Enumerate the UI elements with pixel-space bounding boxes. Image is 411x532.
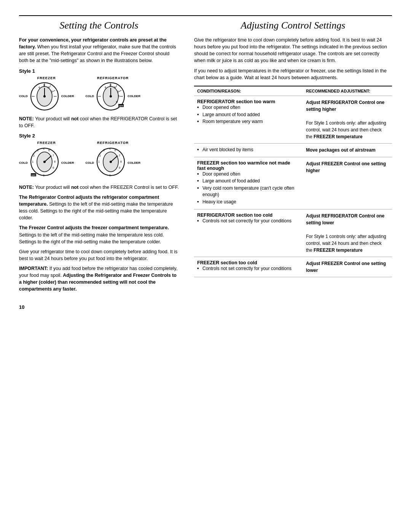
style1-dials: FREEZER COLD 1: [19, 76, 179, 112]
condition-cell: REFRIGERATOR section too cold Controls n…: [194, 209, 303, 257]
adjustment-cell: Move packages out of airstream: [303, 143, 392, 157]
ref-adj-para: The Refrigerator Control adjusts the ref…: [19, 194, 179, 222]
table-row: Air vent blocked by items Move packages …: [194, 143, 392, 157]
col2-header: RECOMMENDED ADJUSTMENT:: [303, 86, 392, 96]
svg-line-16: [115, 85, 117, 88]
style1-ref-svg: 1 2 3 4 5 6 OFF: [96, 81, 126, 112]
style1-freezer-label: FREEZER: [37, 76, 56, 80]
style1-ref-colder-label: COLDER: [127, 94, 140, 98]
left-title: Setting the Controls: [19, 20, 179, 31]
list-item: Air vent blocked by items: [197, 147, 300, 153]
list-item: Large amount of food added: [197, 112, 300, 118]
style1-ref-cold-label: COLD: [85, 94, 94, 98]
style2-freezer-dial: FREEZER COLD 4 6 7 8 9 3 2 1: [19, 141, 74, 180]
svg-point-29: [110, 95, 112, 97]
condition-list: Door opened often Large amount of food a…: [197, 104, 300, 125]
svg-point-44: [43, 161, 46, 163]
svg-text:6: 6: [116, 101, 118, 103]
table-row: FREEZER section too cold Controls not se…: [194, 257, 392, 277]
svg-text:0: 0: [109, 174, 111, 177]
left-intro: For your convenience, your refrigerator …: [19, 37, 179, 64]
style2-ref-colder-label: COLDER: [127, 161, 140, 165]
style2-freezer-label: FREEZER: [37, 141, 56, 145]
svg-point-12: [43, 95, 46, 97]
condition-list: Door opened often Large amount of food a…: [197, 171, 300, 205]
table-row: REFRIGERATOR section too warm Door opene…: [194, 96, 392, 143]
svg-text:2: 2: [48, 86, 49, 89]
list-item: Very cold room temperature (can't cycle …: [197, 185, 300, 198]
adjustment-cell: Adjust FREEZER Control one setting lower: [303, 257, 392, 277]
style2-freezer-cold-label: COLD: [19, 161, 28, 165]
list-item: Room temperature very warm: [197, 118, 300, 125]
frz-adj-para: The Freezer Control adjusts the freezer …: [19, 224, 179, 245]
style2-freezer-svg: 4 6 7 8 9 3 2 1 OFF 0: [29, 146, 60, 180]
cool-para: Give your refrigerator time to cool down…: [19, 248, 179, 262]
style2-refrigerator-label: REFRIGERATOR: [97, 141, 129, 145]
list-item: Heavy ice usage: [197, 199, 300, 205]
svg-text:9: 9: [119, 166, 120, 169]
style1-refrigerator-label: REFRIGERATOR: [97, 76, 129, 80]
svg-text:4: 4: [38, 86, 40, 89]
style2-ref-cold-label: COLD: [85, 161, 94, 165]
adjustment-text: Adjust FREEZER Control one setting highe…: [306, 160, 389, 174]
svg-text:7: 7: [53, 154, 54, 157]
svg-text:4: 4: [105, 86, 106, 89]
svg-text:8: 8: [54, 160, 56, 163]
svg-text:2: 2: [99, 154, 101, 157]
list-item: Door opened often: [197, 171, 300, 177]
condition-bold: REFRIGERATOR section too warm: [197, 99, 275, 104]
important-para: IMPORTANT: If you add food before the re…: [19, 265, 179, 293]
style1-freezer-dial: FREEZER COLD 1: [19, 76, 74, 112]
svg-text:6: 6: [48, 149, 50, 152]
right-title: Adjusting Control Settings: [194, 20, 392, 31]
condition-cell: FREEZER section too cold Controls not se…: [194, 257, 303, 277]
svg-text:1: 1: [98, 160, 100, 163]
style2-refrigerator-dial: REFRIGERATOR COLD 4 6 7 8 9 3 2 1 0: [85, 141, 140, 180]
adjustment-cell: Adjust FREEZER Control one setting highe…: [303, 157, 392, 209]
style1-freezer-svg: 1 2 3 4: [29, 81, 60, 112]
style2-dials: FREEZER COLD 4 6 7 8 9 3 2 1: [19, 141, 179, 180]
svg-text:1: 1: [43, 84, 45, 86]
svg-text:2: 2: [114, 86, 115, 89]
adjustment-table: CONDITION/REASON: RECOMMENDED ADJUSTMENT…: [194, 86, 392, 277]
adjustment-text: Move packages out of airstream: [306, 147, 389, 153]
condition-bold: FREEZER section too cold: [197, 260, 257, 265]
list-item: Controls not set correctly for your cond…: [197, 265, 300, 272]
style1-freezer-colder-label: COLDER: [61, 94, 74, 98]
condition-cell: Air vent blocked by items: [194, 143, 303, 157]
style2-label: Style 2: [19, 133, 179, 139]
right-para1: Give the refrigerator time to cool down …: [194, 37, 392, 64]
note2: NOTE: Your product will not cool when th…: [19, 184, 179, 191]
condition-bold: FREEZER section too warm/ice not made fa…: [197, 160, 290, 171]
left-intro-rest: When you first install your refrigerator…: [19, 44, 176, 63]
style1-refrigerator-dial: REFRIGERATOR COLD 1 2 3 4: [85, 76, 140, 112]
note1: NOTE: Your product will not cool when th…: [19, 115, 179, 129]
table-row: FREEZER section too warm/ice not made fa…: [194, 157, 392, 209]
list-item: Door opened often: [197, 104, 300, 111]
style2-freezer-colder-label: COLDER: [61, 161, 74, 165]
condition-list: Air vent blocked by items: [197, 147, 300, 153]
svg-text:0: 0: [43, 174, 45, 177]
adjustment-text: Adjust FREEZER Control one setting lower: [306, 260, 389, 274]
svg-text:6: 6: [115, 149, 116, 152]
svg-text:8: 8: [120, 160, 122, 163]
svg-line-3: [49, 85, 51, 88]
svg-text:3: 3: [117, 90, 119, 93]
right-para2: If you need to adjust temperatures in th…: [194, 67, 392, 81]
svg-point-57: [110, 161, 112, 163]
left-column: Setting the Controls For your convenienc…: [19, 20, 179, 310]
condition-cell: REFRIGERATOR section too warm Door opene…: [194, 96, 303, 143]
svg-text:3: 3: [103, 149, 105, 152]
svg-text:7: 7: [119, 154, 120, 157]
condition-cell: FREEZER section too warm/ice not made fa…: [194, 157, 303, 209]
adjustment-text: Adjust REFRIGERATOR Control one setting …: [306, 212, 389, 254]
right-column: Adjusting Control Settings Give the refr…: [194, 20, 392, 310]
svg-text:5: 5: [118, 95, 119, 97]
style2-ref-svg: 4 6 7 8 9 3 2 1 0: [96, 146, 126, 180]
condition-list: Controls not set correctly for your cond…: [197, 218, 300, 224]
svg-line-4: [53, 90, 55, 92]
svg-line-17: [119, 90, 121, 92]
svg-text:1: 1: [32, 160, 33, 163]
list-item: Controls not set correctly for your cond…: [197, 218, 300, 224]
condition-bold: REFRIGERATOR section too cold: [197, 212, 272, 218]
